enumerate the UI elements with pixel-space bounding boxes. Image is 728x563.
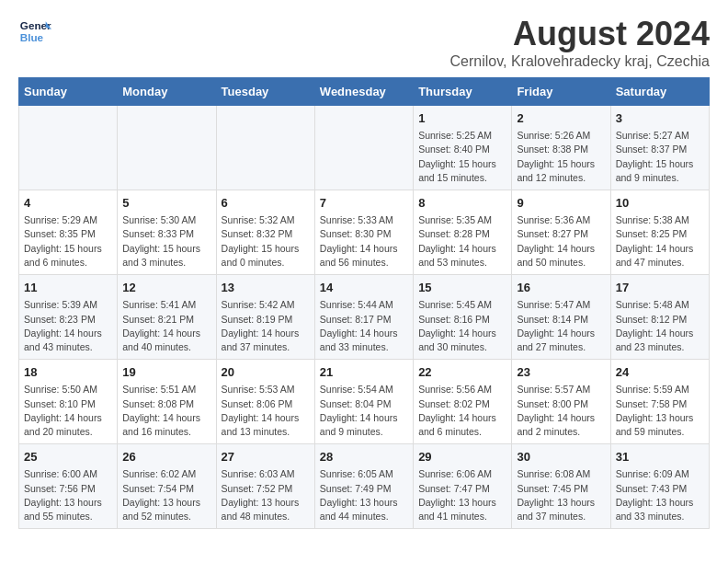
calendar-cell: 6Sunrise: 5:32 AM Sunset: 8:32 PM Daylig… [216,190,314,275]
svg-text:Blue: Blue [20,31,44,43]
calendar-cell: 29Sunrise: 6:06 AM Sunset: 7:47 PM Dayli… [414,444,512,529]
calendar-cell: 21Sunrise: 5:54 AM Sunset: 8:04 PM Dayli… [314,360,413,444]
header-cell-saturday: Saturday [610,78,709,106]
calendar-table: SundayMondayTuesdayWednesdayThursdayFrid… [18,77,710,529]
calendar-cell: 16Sunrise: 5:47 AM Sunset: 8:14 PM Dayli… [512,275,610,360]
day-number: 16 [517,280,605,296]
day-number: 18 [24,364,112,381]
day-number: 11 [24,280,112,296]
header-cell-thursday: Thursday [414,78,512,106]
day-info: Sunrise: 5:53 AM Sunset: 8:06 PM Dayligh… [222,383,310,439]
day-number: 3 [616,110,704,127]
day-info: Sunrise: 5:47 AM Sunset: 8:14 PM Dayligh… [517,298,605,354]
day-number: 20 [222,364,310,381]
day-number: 21 [320,364,408,381]
logo-icon: General Blue [18,15,51,48]
day-info: Sunrise: 5:27 AM Sunset: 8:37 PM Dayligh… [616,129,704,185]
calendar-cell: 5Sunrise: 5:30 AM Sunset: 8:33 PM Daylig… [118,190,216,275]
day-info: Sunrise: 5:39 AM Sunset: 8:23 PM Dayligh… [24,298,112,354]
day-number: 1 [418,110,506,127]
day-info: Sunrise: 5:29 AM Sunset: 8:35 PM Dayligh… [24,213,112,270]
calendar-cell: 31Sunrise: 6:09 AM Sunset: 7:43 PM Dayli… [610,444,709,529]
header-cell-wednesday: Wednesday [314,78,413,106]
calendar-cell: 12Sunrise: 5:41 AM Sunset: 8:21 PM Dayli… [118,275,216,360]
day-info: Sunrise: 6:00 AM Sunset: 7:56 PM Dayligh… [24,467,112,523]
day-number: 9 [517,195,605,212]
calendar-cell [118,106,216,190]
calendar-cell: 14Sunrise: 5:44 AM Sunset: 8:17 PM Dayli… [314,275,413,360]
calendar-cell: 23Sunrise: 5:57 AM Sunset: 8:00 PM Dayli… [512,360,610,444]
header-cell-friday: Friday [512,78,610,106]
day-info: Sunrise: 6:02 AM Sunset: 7:54 PM Dayligh… [122,467,210,523]
day-number: 27 [222,449,310,465]
day-info: Sunrise: 5:50 AM Sunset: 8:10 PM Dayligh… [24,383,112,439]
calendar-header: SundayMondayTuesdayWednesdayThursdayFrid… [19,78,710,106]
day-number: 28 [320,449,408,465]
calendar-cell: 30Sunrise: 6:08 AM Sunset: 7:45 PM Dayli… [512,444,610,529]
title-section: August 2024 Cernilov, Kralovehradecky kr… [450,15,710,70]
header-cell-sunday: Sunday [19,78,118,106]
calendar-cell: 2Sunrise: 5:26 AM Sunset: 8:38 PM Daylig… [512,106,610,190]
day-number: 23 [517,364,605,381]
day-info: Sunrise: 6:03 AM Sunset: 7:52 PM Dayligh… [222,467,310,523]
calendar-cell: 15Sunrise: 5:45 AM Sunset: 8:16 PM Dayli… [414,275,512,360]
calendar-week-0: 1Sunrise: 5:25 AM Sunset: 8:40 PM Daylig… [19,106,710,190]
calendar-body: 1Sunrise: 5:25 AM Sunset: 8:40 PM Daylig… [19,106,710,529]
day-number: 22 [418,364,506,381]
calendar-cell: 20Sunrise: 5:53 AM Sunset: 8:06 PM Dayli… [216,360,314,444]
day-info: Sunrise: 6:05 AM Sunset: 7:49 PM Dayligh… [320,467,408,523]
day-number: 19 [122,364,210,381]
calendar-cell: 8Sunrise: 5:35 AM Sunset: 8:28 PM Daylig… [414,190,512,275]
logo: General Blue [18,15,55,48]
calendar-cell: 19Sunrise: 5:51 AM Sunset: 8:08 PM Dayli… [118,360,216,444]
day-info: Sunrise: 5:33 AM Sunset: 8:30 PM Dayligh… [320,213,408,270]
day-info: Sunrise: 5:26 AM Sunset: 8:38 PM Dayligh… [517,129,605,185]
calendar-cell: 13Sunrise: 5:42 AM Sunset: 8:19 PM Dayli… [216,275,314,360]
calendar-cell [314,106,413,190]
header-cell-tuesday: Tuesday [216,78,314,106]
calendar-cell: 10Sunrise: 5:38 AM Sunset: 8:25 PM Dayli… [610,190,709,275]
calendar-week-2: 11Sunrise: 5:39 AM Sunset: 8:23 PM Dayli… [19,275,710,360]
day-number: 13 [222,280,310,296]
day-info: Sunrise: 5:25 AM Sunset: 8:40 PM Dayligh… [418,129,506,185]
header-cell-monday: Monday [118,78,216,106]
calendar-cell: 9Sunrise: 5:36 AM Sunset: 8:27 PM Daylig… [512,190,610,275]
day-number: 6 [222,195,310,212]
day-number: 10 [616,195,704,212]
calendar-cell: 11Sunrise: 5:39 AM Sunset: 8:23 PM Dayli… [19,275,118,360]
calendar-cell: 24Sunrise: 5:59 AM Sunset: 7:58 PM Dayli… [610,360,709,444]
day-info: Sunrise: 5:42 AM Sunset: 8:19 PM Dayligh… [222,298,310,354]
day-number: 31 [616,449,704,465]
day-info: Sunrise: 5:56 AM Sunset: 8:02 PM Dayligh… [418,383,506,439]
day-info: Sunrise: 5:41 AM Sunset: 8:21 PM Dayligh… [122,298,210,354]
calendar-cell: 1Sunrise: 5:25 AM Sunset: 8:40 PM Daylig… [414,106,512,190]
day-info: Sunrise: 5:30 AM Sunset: 8:33 PM Dayligh… [122,213,210,270]
calendar-cell: 18Sunrise: 5:50 AM Sunset: 8:10 PM Dayli… [19,360,118,444]
calendar-cell [19,106,118,190]
day-info: Sunrise: 5:57 AM Sunset: 8:00 PM Dayligh… [517,383,605,439]
day-info: Sunrise: 5:48 AM Sunset: 8:12 PM Dayligh… [616,298,704,354]
day-number: 7 [320,195,408,212]
calendar-cell: 27Sunrise: 6:03 AM Sunset: 7:52 PM Dayli… [216,444,314,529]
day-number: 30 [517,449,605,465]
calendar-cell: 26Sunrise: 6:02 AM Sunset: 7:54 PM Dayli… [118,444,216,529]
calendar-week-1: 4Sunrise: 5:29 AM Sunset: 8:35 PM Daylig… [19,190,710,275]
main-title: August 2024 [450,15,710,53]
day-info: Sunrise: 5:38 AM Sunset: 8:25 PM Dayligh… [616,213,704,270]
day-number: 8 [418,195,506,212]
day-number: 15 [418,280,506,296]
calendar-cell: 22Sunrise: 5:56 AM Sunset: 8:02 PM Dayli… [414,360,512,444]
calendar-week-3: 18Sunrise: 5:50 AM Sunset: 8:10 PM Dayli… [19,360,710,444]
day-info: Sunrise: 6:08 AM Sunset: 7:45 PM Dayligh… [517,467,605,523]
day-number: 17 [616,280,704,296]
day-info: Sunrise: 5:35 AM Sunset: 8:28 PM Dayligh… [418,213,506,270]
calendar-cell: 25Sunrise: 6:00 AM Sunset: 7:56 PM Dayli… [19,444,118,529]
day-number: 25 [24,449,112,465]
day-info: Sunrise: 5:45 AM Sunset: 8:16 PM Dayligh… [418,298,506,354]
header-row: SundayMondayTuesdayWednesdayThursdayFrid… [19,78,710,106]
day-number: 2 [517,110,605,127]
calendar-cell: 4Sunrise: 5:29 AM Sunset: 8:35 PM Daylig… [19,190,118,275]
calendar-cell: 3Sunrise: 5:27 AM Sunset: 8:37 PM Daylig… [610,106,709,190]
day-info: Sunrise: 5:44 AM Sunset: 8:17 PM Dayligh… [320,298,408,354]
day-number: 4 [24,195,112,212]
